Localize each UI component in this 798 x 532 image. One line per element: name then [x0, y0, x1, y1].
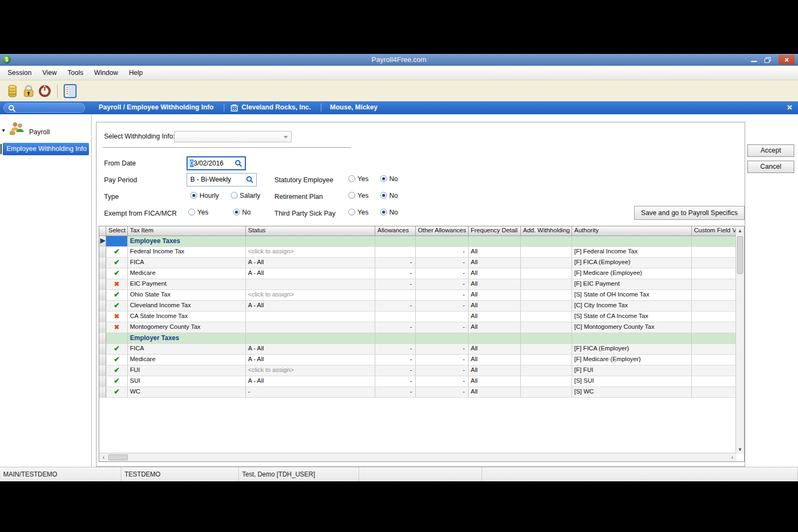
exempt-no-radio[interactable] — [233, 209, 240, 216]
close-view-icon[interactable]: ✕ — [787, 103, 793, 112]
tax-row[interactable]: ✔FICAA - All--All[F] FICA (Employer) — [99, 344, 744, 355]
breadcrumb-path[interactable]: Payroll / Employee Withholding Info — [99, 103, 214, 111]
menu-session[interactable]: Session — [2, 69, 37, 77]
column-header-allowances[interactable]: Allowances — [375, 226, 416, 236]
add-withholding-cell[interactable] — [521, 290, 572, 300]
allowances-cell[interactable]: - — [375, 376, 416, 386]
custom-field-cell[interactable] — [692, 258, 737, 268]
scroll-right-icon[interactable]: › — [728, 453, 737, 461]
menu-tools[interactable]: Tools — [62, 69, 88, 77]
type-salarly-radio[interactable] — [231, 192, 238, 199]
frequency-detail-cell[interactable]: All — [469, 344, 521, 354]
select-cell[interactable]: ✔ — [106, 247, 128, 257]
row-selector[interactable] — [99, 279, 106, 289]
other-allowances-cell[interactable]: - — [416, 268, 469, 279]
status-cell[interactable]: A - All — [246, 301, 375, 311]
allowances-cell[interactable] — [375, 247, 416, 257]
tax-row[interactable]: ✔FUI<click to assign>--All[F] FUI — [99, 365, 744, 376]
status-cell[interactable]: <click to assign> — [246, 247, 375, 257]
custom-field-cell[interactable] — [692, 387, 737, 397]
horizontal-scroll-thumb[interactable] — [108, 454, 128, 460]
tax-row[interactable]: ✔SUIA - All--All[S] SUI — [99, 376, 744, 387]
other-allowances-cell[interactable] — [416, 312, 469, 322]
allowances-cell[interactable]: - — [375, 322, 416, 333]
add-withholding-cell[interactable] — [521, 376, 572, 386]
tax-row[interactable]: ✖CA State Income TaxAll[S] State of CA I… — [99, 312, 744, 322]
row-selector[interactable] — [99, 365, 106, 376]
scroll-down-icon[interactable]: ▼ — [736, 445, 744, 454]
select-cell[interactable] — [106, 333, 128, 343]
tax-row[interactable]: ✖EIC Payment--All[F] EIC Payment — [99, 279, 744, 290]
third-party-no-radio[interactable] — [380, 209, 387, 216]
authority-cell[interactable]: [F] Medicare (Employer) — [572, 355, 692, 365]
power-icon[interactable] — [37, 83, 53, 99]
vertical-scrollbar[interactable]: ▲ ▼ — [735, 226, 744, 454]
check-icon[interactable]: ✔ — [114, 269, 120, 277]
frequency-detail-cell[interactable]: All — [469, 387, 521, 397]
column-header-authority[interactable]: Authority — [572, 226, 692, 236]
allowances-cell[interactable]: - — [375, 258, 416, 268]
restore-button[interactable] — [765, 57, 771, 63]
row-selector[interactable] — [99, 290, 106, 300]
row-selector[interactable] — [99, 322, 106, 333]
custom-field-cell[interactable] — [692, 247, 737, 257]
statutory-yes-radio[interactable] — [348, 175, 355, 182]
x-icon[interactable]: ✖ — [114, 313, 119, 320]
status-cell[interactable]: A - All — [246, 268, 375, 279]
check-icon[interactable]: ✔ — [114, 291, 120, 299]
authority-cell[interactable]: [S] SUI — [572, 376, 692, 386]
check-icon[interactable]: ✔ — [114, 366, 120, 374]
add-withholding-cell[interactable] — [521, 355, 572, 365]
menu-view[interactable]: View — [37, 69, 62, 77]
pay-period-field[interactable]: B - Bi-Weekly — [187, 173, 257, 186]
allowances-cell[interactable]: - — [375, 355, 416, 365]
horizontal-scrollbar[interactable]: ‹ › — [99, 453, 737, 461]
column-header-tax-item[interactable]: Tax Item — [128, 226, 246, 236]
allowances-cell[interactable]: - — [375, 344, 416, 354]
vertical-scroll-thumb[interactable] — [737, 236, 743, 274]
group-row[interactable]: Employer Taxes — [99, 333, 744, 344]
select-cell[interactable]: ✔ — [106, 301, 128, 311]
row-selector[interactable] — [99, 376, 106, 386]
minimize-button[interactable] — [751, 61, 757, 62]
row-selector[interactable] — [99, 301, 106, 311]
check-icon[interactable]: ✔ — [114, 388, 120, 396]
check-icon[interactable]: ✔ — [114, 377, 120, 385]
status-cell[interactable]: A - All — [246, 344, 375, 354]
authority-cell[interactable]: [C] City Income Tax — [572, 301, 692, 311]
tax-row[interactable]: ✔MedicareA - All--All[F] Medicare (Emplo… — [99, 268, 744, 279]
row-selector[interactable] — [99, 268, 106, 279]
other-allowances-cell[interactable]: - — [416, 365, 469, 376]
select-cell[interactable]: ✔ — [106, 344, 128, 354]
tax-item-cell[interactable]: SUI — [128, 376, 246, 386]
other-allowances-cell[interactable]: - — [416, 322, 469, 333]
tax-row[interactable]: ✔Ohio State Tax<click to assign>-All[S] … — [99, 290, 744, 301]
frequency-detail-cell[interactable]: All — [469, 355, 521, 365]
other-allowances-cell[interactable]: - — [416, 344, 469, 354]
custom-field-cell[interactable] — [692, 279, 737, 289]
row-selector[interactable]: ▶ — [99, 236, 106, 246]
check-icon[interactable]: ✔ — [114, 247, 120, 255]
other-allowances-cell[interactable]: - — [416, 387, 469, 397]
other-allowances-cell[interactable]: - — [416, 355, 469, 365]
save-and-go-payroll-specifics-button[interactable]: Save and go to Payroll Specifics — [634, 206, 745, 220]
frequency-detail-cell[interactable]: All — [469, 290, 521, 300]
check-icon[interactable]: ✔ — [114, 258, 120, 266]
status-cell[interactable]: A - All — [246, 355, 375, 365]
add-withholding-cell[interactable] — [521, 279, 572, 289]
select-cell[interactable]: ✖ — [106, 279, 128, 289]
check-icon[interactable]: ✔ — [114, 355, 120, 363]
tax-item-cell[interactable]: EIC Payment — [128, 279, 246, 289]
pay-period-lookup-icon[interactable] — [246, 176, 253, 183]
tax-item-cell[interactable]: Medicare — [128, 355, 246, 365]
check-icon[interactable]: ✔ — [114, 301, 120, 309]
authority-cell[interactable]: [F] FICA (Employer) — [572, 344, 692, 354]
other-allowances-cell[interactable]: - — [416, 258, 469, 268]
status-cell[interactable]: <click to assign> — [246, 365, 375, 376]
status-cell[interactable]: - — [246, 387, 375, 397]
column-header-select[interactable]: Select — [106, 226, 128, 236]
status-cell[interactable]: <click to assign> — [246, 290, 375, 300]
tax-item-cell[interactable]: Cleveland Income Tax — [128, 301, 246, 311]
row-selector[interactable] — [99, 344, 106, 354]
other-allowances-cell[interactable]: - — [416, 376, 469, 386]
